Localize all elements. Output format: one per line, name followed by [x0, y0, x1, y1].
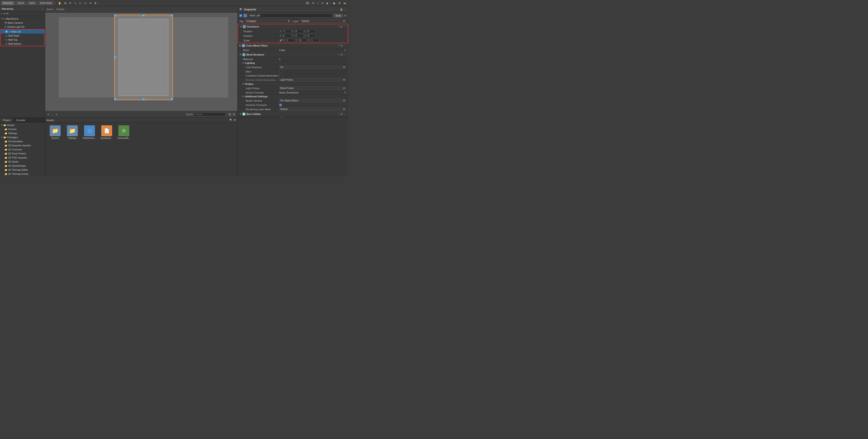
hierarchy-wall-top[interactable]: ⬡ Wall Top — [1, 38, 44, 42]
transform-help[interactable]: ? — [338, 25, 339, 28]
static-btn[interactable]: Static — [334, 14, 343, 18]
hierarchy-wall-right[interactable]: ⬡ Wall Right — [1, 34, 44, 38]
mesh-renderer-section-header[interactable]: ▼ ▣ Mesh Renderer ? ⚙ ⋮ — [238, 52, 348, 57]
tree-2d-psd[interactable]: 📁 2D PSD Importer — [0, 156, 45, 160]
asset-settings[interactable]: 📁 Settings — [64, 125, 81, 140]
position-y[interactable] — [294, 30, 303, 33]
lighting-toggle[interactable]: ☀ — [311, 1, 315, 5]
mesh-filter-help[interactable]: ? — [338, 44, 340, 47]
mesh-filter-section-header[interactable]: ▶ ▦ Cube (Mesh Filter) ? ⚙ ⋮ — [238, 43, 348, 48]
tree-2d-spriteshape[interactable]: 📁 2D SpriteShape — [0, 164, 45, 168]
tab-game[interactable]: Game — [27, 1, 37, 5]
2d-toggle[interactable]: 2D — [305, 1, 310, 5]
transform-menu[interactable]: ⋮ — [343, 25, 346, 28]
tree-2d-animation[interactable]: 📁 2D Animation — [0, 139, 45, 143]
rotation-y[interactable] — [294, 34, 303, 37]
anchor-picker[interactable]: ⊙ — [344, 91, 346, 94]
effects-toggle[interactable]: ✴ — [320, 1, 324, 5]
box-collider-help[interactable]: ? — [338, 113, 340, 115]
rotation-z[interactable] — [307, 34, 315, 37]
custom-tool[interactable]: ✦ — [88, 1, 92, 5]
asset-scenes[interactable]: 📁 Scenes — [47, 125, 63, 140]
mesh-renderer-settings[interactable]: ⚙ — [341, 53, 343, 56]
obj-name-field[interactable] — [248, 13, 333, 18]
tab-scene[interactable]: Scene — [16, 1, 26, 5]
tree-2d-aseprite[interactable]: 📁 2D Aseprite Importer — [0, 143, 45, 147]
scene-fit[interactable]: ⤢ — [55, 112, 59, 117]
search-filter[interactable]: All — [226, 112, 236, 116]
inspector-lock[interactable]: 🔒 — [340, 8, 343, 11]
position-x[interactable] — [282, 30, 291, 33]
scale-z[interactable] — [310, 39, 319, 42]
tree-2d-pixel[interactable]: 📁 2D Pixel Perfect — [0, 151, 45, 156]
asset-inputsystem[interactable]: 📄 InputSyste... — [98, 125, 115, 140]
transform-settings[interactable]: ⚙ — [340, 25, 342, 28]
gizmo-toggle[interactable]: ◈ — [325, 1, 329, 5]
tab-assetstore[interactable]: Asset Store — [38, 1, 54, 5]
lighting-subsection[interactable]: ▼ Lighting — [238, 61, 348, 65]
tree-assets[interactable]: ▼ 📁 Assets — [0, 123, 45, 127]
position-z[interactable] — [307, 30, 315, 33]
scale-x[interactable] — [286, 39, 295, 42]
dynamic-occlusion-checkbox[interactable]: ✓ — [279, 104, 282, 106]
mesh-filter-menu[interactable]: ⋮ — [344, 44, 346, 47]
box-collider-section-header[interactable]: ▼ ⬜ Box Collider ? ⚙ ⋮ — [238, 111, 348, 116]
tree-2d-common[interactable]: 📁 2D Common — [0, 147, 45, 151]
mesh-picker[interactable]: ⊙ — [344, 48, 346, 52]
tag-dropdown[interactable]: Untagged ▼ — [245, 20, 291, 23]
scale-link[interactable]: 🔗 — [280, 39, 282, 41]
scale-tool[interactable]: ⤡ — [73, 1, 77, 5]
move-tool[interactable]: ⊕ — [63, 1, 67, 5]
scale-y[interactable] — [298, 39, 307, 42]
box-collider-settings[interactable]: ⚙ — [341, 113, 343, 115]
static-shadow-checkbox[interactable] — [279, 70, 282, 73]
mesh-renderer-help[interactable]: ? — [338, 53, 340, 56]
hand-tool[interactable]: ✋ — [57, 1, 62, 5]
hierarchy-wall-bottom[interactable]: ⬡ Wall Bottom — [1, 42, 44, 46]
hierarchy-wall-left[interactable]: ⬡ Wall Left — [1, 30, 44, 34]
mesh-filter-settings[interactable]: ⚙ — [341, 44, 343, 47]
layer-dropdown[interactable]: Default ▼ — [301, 20, 346, 23]
audio-toggle[interactable]: ♪ — [316, 1, 319, 5]
rotate-tool[interactable]: ↻ — [68, 1, 72, 5]
tree-settings[interactable]: 📁 Settings — [0, 131, 45, 135]
transform-section-header[interactable]: ▼ ⊕ Transform ? ⚙ ⋮ — [238, 24, 348, 29]
static-dropdown[interactable]: ▼ — [344, 14, 346, 17]
transform-tool[interactable]: ⬡ — [84, 1, 88, 5]
contribute-gi-checkbox[interactable] — [279, 74, 282, 77]
receive-gi-dropdown[interactable]: Light Probes ▼ — [279, 78, 346, 81]
box-collider-menu[interactable]: ⋮ — [344, 113, 346, 115]
asset-defaultvol[interactable]: ⬡ DefaultVolu... — [81, 125, 98, 140]
pivot-tool[interactable]: ⊛ — [93, 1, 97, 5]
hierarchy-menu[interactable]: ⋮ — [41, 7, 43, 10]
light-probes-dropdown[interactable]: Blend Probes ▼ — [279, 87, 346, 90]
cast-shadows-dropdown[interactable]: On ▼ — [279, 66, 346, 69]
pause-btn[interactable]: ⏸ — [337, 1, 342, 5]
scene-view[interactable] — [45, 13, 237, 111]
tree-scenes[interactable]: 📁 Scenes — [0, 127, 45, 131]
rotation-x[interactable] — [282, 34, 291, 37]
scene-zoom-in[interactable]: + — [46, 112, 50, 117]
hierarchy-main-camera[interactable]: 📷 Main Camera — [0, 21, 45, 25]
hierarchy-global-light[interactable]: ☀ Global Light 2D — [0, 25, 45, 29]
hierarchy-scene-root[interactable]: ▼ ⬡ MainScene — [0, 17, 45, 21]
search-input[interactable] — [194, 112, 225, 116]
motion-vectors-dropdown[interactable]: Per Object Motion ▼ — [279, 99, 346, 102]
probes-subsection[interactable]: ▼ Probes — [238, 82, 348, 86]
mesh-renderer-menu[interactable]: ⋮ — [344, 53, 346, 56]
step-btn[interactable]: ⏭ — [343, 1, 347, 5]
tree-2d-sprite[interactable]: 📁 2D Sprite — [0, 160, 45, 164]
play-btn[interactable]: ▶ — [333, 1, 336, 5]
scene-zoom-out[interactable]: - — [51, 112, 54, 117]
tree-2d-tilemap-extras[interactable]: 📁 2D Tilemap Extras — [0, 172, 45, 176]
inspector-menu[interactable]: ⋮ — [344, 8, 346, 11]
tree-2d-tilemap[interactable]: 📁 2D Tilemap Editor — [0, 168, 45, 172]
additional-settings-subsection[interactable]: ▼ Additional Settings — [238, 95, 348, 98]
obj-active-checkbox[interactable] — [239, 14, 242, 17]
rect-tool[interactable]: ▭ — [78, 1, 83, 5]
rendering-layer-dropdown[interactable]: Default ▼ — [279, 107, 346, 111]
asset-universalr[interactable]: ⚙ UniversalR... — [116, 125, 132, 140]
project-tab[interactable]: Project — [0, 117, 13, 123]
hierarchy-add-btn[interactable]: + — [1, 12, 2, 15]
tree-packages[interactable]: ▼ 📁 Packages — [0, 135, 45, 139]
